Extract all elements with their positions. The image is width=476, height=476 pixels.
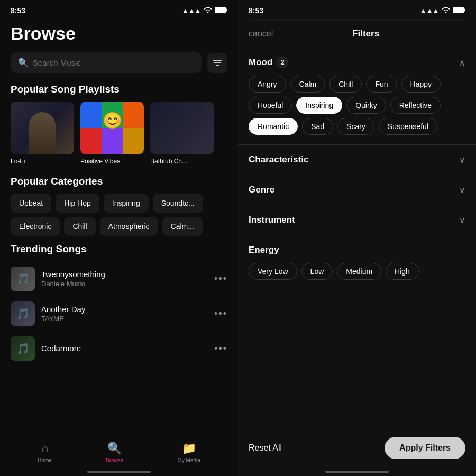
instrument-title-wrap: Instrument	[249, 215, 295, 225]
status-bar-right: 8:53 ▲▲▲	[238, 0, 476, 18]
song-item-3[interactable]: 🎵 Cedarmore •••	[0, 331, 238, 366]
genre-section: Genre ∨	[238, 175, 476, 205]
mood-section-header[interactable]: Mood 2 ∧	[249, 57, 465, 68]
characteristic-chevron-icon: ∨	[459, 155, 465, 165]
wifi-icon-right	[442, 7, 450, 15]
nav-my-media[interactable]: 📁 My Media	[178, 442, 200, 463]
playlist-thumb-positive: 😊	[80, 102, 144, 154]
browse-panel: 8:53 ▲▲▲ Browse 🔍	[0, 0, 238, 476]
category-soundtrack[interactable]: Soundtc...	[153, 194, 203, 213]
nav-my-media-label: My Media	[178, 457, 200, 463]
mood-fun[interactable]: Fun	[366, 76, 397, 93]
mood-scary[interactable]: Scary	[337, 118, 374, 135]
category-upbeat[interactable]: Upbeat	[11, 194, 51, 213]
category-calm[interactable]: Calm...	[162, 217, 203, 236]
status-bar-left: 8:53 ▲▲▲	[0, 0, 238, 18]
signal-icon-right: ▲▲▲	[420, 7, 439, 14]
filter-footer: Reset All Apply Filters	[238, 428, 476, 476]
song-more-2[interactable]: •••	[214, 308, 227, 319]
instrument-title: Instrument	[249, 215, 295, 225]
battery-icon-left	[215, 7, 227, 15]
category-electronic[interactable]: Electronic	[11, 217, 60, 236]
song-item-1[interactable]: 🎵 Twennysomething Daniele Musto •••	[0, 261, 238, 296]
categories-grid: Upbeat Hip Hop Inspiring Soundtc... Elec…	[0, 194, 238, 236]
search-input[interactable]	[33, 58, 195, 67]
mood-hopeful[interactable]: Hopeful	[249, 97, 292, 114]
song-info-1: Twennysomething Daniele Musto	[41, 270, 208, 288]
category-hiphop[interactable]: Hip Hop	[56, 194, 99, 213]
category-chill[interactable]: Chill	[64, 217, 95, 236]
mood-calm[interactable]: Calm	[290, 76, 326, 93]
wifi-icon-left	[204, 7, 212, 15]
svg-rect-6	[464, 8, 465, 11]
mood-sad[interactable]: Sad	[302, 118, 333, 135]
nav-home[interactable]: ⌂ Home	[38, 442, 52, 463]
playlist-card-lofi[interactable]: Lo-Fi	[11, 102, 74, 165]
genre-chevron-icon: ∨	[459, 185, 465, 195]
battery-icon-right	[453, 7, 465, 15]
playlist-label-positive: Positive Vibes	[80, 158, 144, 165]
nav-browse-label: Browse	[106, 457, 123, 463]
mood-romantic[interactable]: Romantic	[249, 118, 298, 135]
playlist-card-positive[interactable]: 😊 Positive Vibes	[80, 102, 144, 165]
mood-quirky[interactable]: Quirky	[346, 97, 386, 114]
time-left: 8:53	[11, 6, 25, 15]
mood-title: Mood	[249, 57, 272, 68]
song-artist-1: Daniele Musto	[41, 280, 208, 288]
song-item-2[interactable]: 🎵 Another Day TAYME •••	[0, 296, 238, 331]
energy-high[interactable]: High	[386, 263, 419, 280]
playlist-thumb-lofi	[11, 102, 74, 154]
mood-happy[interactable]: Happy	[401, 76, 441, 93]
instrument-chevron-icon: ∨	[459, 215, 465, 225]
bottom-nav: ⌂ Home 🔍 Browse 📁 My Media	[0, 436, 238, 476]
genre-section-header[interactable]: Genre ∨	[249, 185, 465, 195]
filter-body: Mood 2 ∧ Angry Calm Chill Fun Happy Hope…	[238, 47, 476, 476]
song-title-1: Twennysomething	[41, 270, 208, 279]
song-info-3: Cedarmore	[41, 344, 208, 354]
svg-rect-1	[226, 8, 227, 11]
song-thumb-1: 🎵	[11, 267, 35, 291]
playlists-row: Lo-Fi 😊 Positive Vibes Bathtub Ch...	[0, 102, 238, 176]
song-more-3[interactable]: •••	[214, 343, 227, 354]
search-bar: 🔍	[11, 52, 227, 73]
mood-angry[interactable]: Angry	[249, 76, 286, 93]
status-icons-right: ▲▲▲	[420, 7, 465, 15]
mood-chill[interactable]: Chill	[329, 76, 362, 93]
energy-medium[interactable]: Medium	[337, 263, 381, 280]
song-artist-2: TAYME	[41, 315, 208, 323]
categories-section-title: Popular Categories	[0, 176, 238, 194]
mood-inspiring[interactable]: Inspiring	[296, 97, 342, 114]
mood-badge: 2	[277, 57, 288, 68]
filter-button[interactable]	[207, 53, 227, 73]
song-title-2: Another Day	[41, 305, 208, 314]
mood-pills: Angry Calm Chill Fun Happy Hopeful Inspi…	[249, 76, 465, 135]
energy-low[interactable]: Low	[301, 263, 333, 280]
search-input-wrap[interactable]: 🔍	[11, 52, 202, 73]
apply-button[interactable]: Apply Filters	[385, 437, 465, 459]
song-more-1[interactable]: •••	[214, 273, 227, 285]
energy-very-low[interactable]: Very Low	[249, 263, 297, 280]
playlist-card-bathtub[interactable]: Bathtub Ch...	[150, 102, 214, 165]
filter-title: Filters	[352, 29, 379, 39]
characteristic-section-header[interactable]: Characteristic ∨	[249, 154, 465, 165]
mood-chevron-up-icon: ∧	[459, 58, 465, 68]
page-title: Browse	[0, 18, 238, 52]
svg-rect-5	[453, 7, 464, 13]
reset-button[interactable]: Reset All	[249, 443, 282, 453]
energy-section: Energy Very Low Low Medium High	[238, 235, 476, 289]
nav-browse[interactable]: 🔍 Browse	[106, 442, 123, 463]
mood-suspenseful[interactable]: Suspenseful	[379, 118, 437, 135]
home-indicator-left	[87, 471, 151, 473]
characteristic-title-wrap: Characteristic	[249, 154, 308, 165]
browse-icon: 🔍	[107, 442, 122, 455]
cancel-button[interactable]: cancel	[249, 29, 273, 39]
nav-home-label: Home	[38, 457, 52, 463]
playlist-label-bathtub: Bathtub Ch...	[150, 158, 214, 165]
category-inspiring[interactable]: Inspiring	[104, 194, 149, 213]
status-icons-left: ▲▲▲	[182, 7, 227, 15]
category-atmospheric[interactable]: Atmospheric	[100, 217, 158, 236]
genre-title: Genre	[249, 185, 274, 195]
mood-reflective[interactable]: Reflective	[390, 97, 441, 114]
genre-title-wrap: Genre	[249, 185, 274, 195]
instrument-section-header[interactable]: Instrument ∨	[249, 215, 465, 225]
